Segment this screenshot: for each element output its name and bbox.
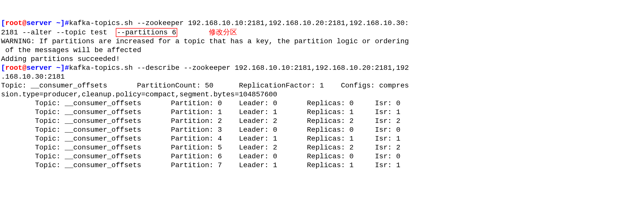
topic-header-2: sion.type=producer,cleanup.policy=compac…: [1, 91, 277, 98]
command-text-2a: kafka-topics.sh --describe --zookeeper 1…: [69, 64, 409, 72]
warning-line-2: of the messages will be affected: [1, 46, 141, 54]
terminal-output: [root@server ~]#kafka-topics.sh --zookee…: [1, 19, 643, 170]
prompt-bracket-close: ]: [60, 19, 65, 27]
prompt-host: server: [27, 19, 52, 27]
partition-row: Topic: __consumer_offsets Partition: 6 L…: [1, 152, 400, 160]
command-text-2b: .168.10.30:2181: [1, 73, 65, 81]
prompt-bracket-open: [: [1, 19, 5, 27]
prompt-hash: #: [65, 64, 69, 72]
prompt-at: @: [22, 64, 27, 72]
partition-row: Topic: __consumer_offsets Partition: 1 L…: [1, 108, 400, 116]
annotation-text: 修改分区: [207, 28, 237, 36]
prompt-user: root: [5, 64, 22, 72]
partition-row: Topic: __consumer_offsets Partition: 5 L…: [1, 144, 400, 151]
command-text-1a: kafka-topics.sh --zookeeper 192.168.10.1…: [69, 19, 409, 27]
success-line: Adding partitions succeeded!: [1, 55, 120, 63]
partition-row: Topic: __consumer_offsets Partition: 0 L…: [1, 99, 400, 107]
prompt-host: server: [27, 64, 52, 72]
warning-line-1: WARNING: If partitions are increased for…: [1, 37, 409, 45]
partition-row: Topic: __consumer_offsets Partition: 7 L…: [1, 161, 400, 169]
prompt-path: ~: [52, 19, 61, 27]
partition-row: Topic: __consumer_offsets Partition: 2 L…: [1, 117, 400, 125]
prompt-bracket-open: [: [1, 64, 5, 72]
command-text-1b: 2181 --alter --topic test: [1, 29, 116, 36]
prompt-hash: #: [65, 19, 69, 27]
prompt-user: root: [5, 19, 22, 27]
prompt-bracket-close: ]: [60, 64, 65, 72]
prompt-at: @: [22, 19, 27, 27]
spacer: [177, 29, 207, 36]
partition-row: Topic: __consumer_offsets Partition: 4 L…: [1, 135, 400, 143]
prompt-path: ~: [52, 64, 61, 72]
highlighted-flag: --partitions 6: [116, 28, 177, 37]
topic-header-1: Topic: __consumer_offsets PartitionCount…: [1, 82, 409, 90]
partition-row: Topic: __consumer_offsets Partition: 3 L…: [1, 126, 400, 134]
